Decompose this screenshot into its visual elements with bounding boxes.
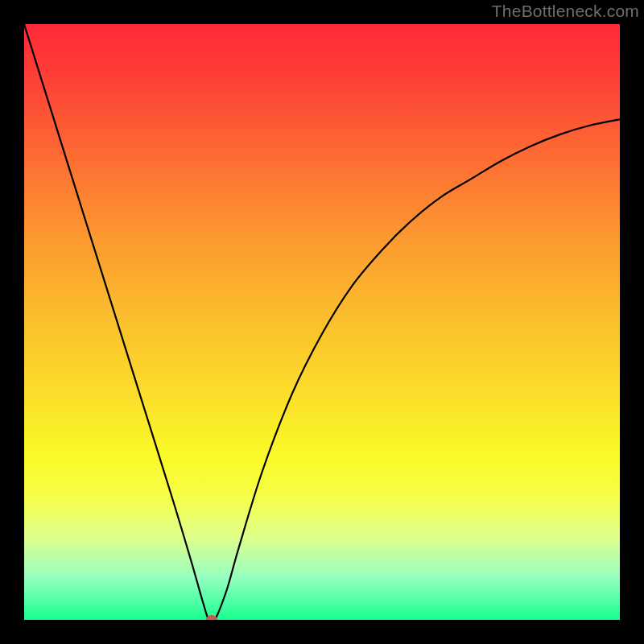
- minimum-marker-icon: [206, 615, 217, 620]
- plot-area: [24, 24, 620, 620]
- watermark-text: TheBottleneck.com: [492, 2, 639, 21]
- bottleneck-curve: [24, 24, 620, 620]
- chart-frame: TheBottleneck.com: [0, 0, 644, 644]
